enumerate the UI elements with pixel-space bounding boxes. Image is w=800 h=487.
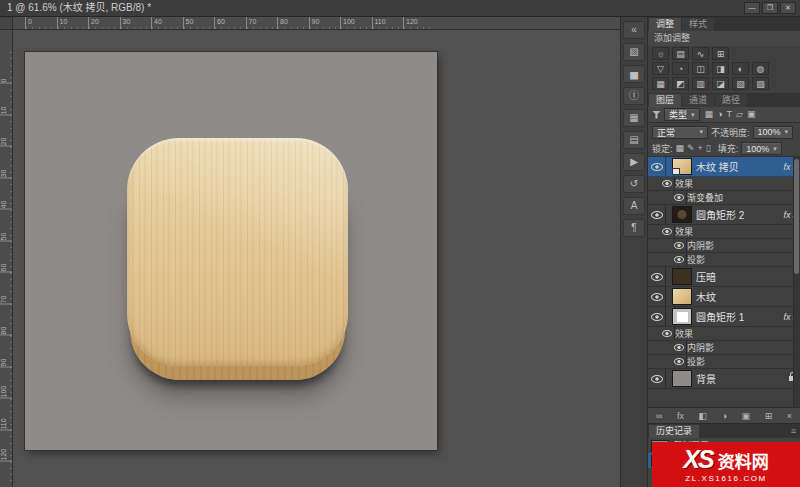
visibility-toggle-icon[interactable] (672, 341, 687, 354)
layer-thumbnail[interactable] (672, 288, 692, 305)
layer-row[interactable]: 背景 (648, 369, 800, 389)
layer-name[interactable]: 内阴影 (687, 341, 796, 354)
exposure-icon[interactable]: ⊞ (712, 47, 729, 60)
visibility-toggle-icon[interactable] (648, 369, 666, 388)
visibility-toggle-icon[interactable] (660, 225, 675, 238)
restore-button[interactable]: ❐ (762, 2, 778, 14)
layer-style-icon[interactable]: fx (677, 411, 684, 421)
lock-all-icon[interactable]: ▯ (706, 142, 711, 155)
fill-select[interactable]: 100% ▾ (741, 142, 782, 155)
posterize-icon[interactable]: ▥ (692, 77, 709, 90)
filter-pixel-icon[interactable]: ▦ (705, 108, 714, 121)
layer-thumbnail[interactable] (672, 370, 692, 387)
visibility-toggle-icon[interactable] (648, 287, 666, 306)
document-canvas[interactable] (25, 52, 437, 450)
horizontal-ruler[interactable]: 0102030405060708090100110120 (13, 17, 620, 30)
filter-kind-select[interactable]: 类型 ▾ (664, 108, 700, 121)
panel-menu-icon[interactable]: ≡ (791, 425, 799, 438)
layer-row[interactable]: 内阴影 (648, 239, 800, 253)
layer-name[interactable]: 内阴影 (687, 239, 796, 252)
visibility-toggle-icon[interactable] (660, 327, 675, 340)
new-group-icon[interactable]: ▣ (742, 411, 751, 421)
layer-row[interactable]: 木纹 拷贝 fx ▴ (648, 157, 800, 177)
hue-saturation-icon[interactable]: ◔ (672, 62, 689, 75)
minimize-button[interactable]: — (744, 2, 760, 14)
layer-name[interactable]: 木纹 (696, 289, 796, 304)
levels-icon[interactable]: ▤ (672, 47, 689, 60)
layer-name[interactable]: 背景 (696, 371, 786, 386)
invert-icon[interactable]: ◩ (672, 77, 689, 90)
layer-mask-icon[interactable]: ◧ (699, 411, 708, 421)
gradient-map-icon[interactable]: ▧ (732, 77, 749, 90)
curves-icon[interactable]: ∿ (692, 47, 709, 60)
layers-scrollbar[interactable] (793, 157, 800, 407)
layer-row[interactable]: 内阴影 (648, 341, 800, 355)
layer-row[interactable]: 投影 (648, 355, 800, 369)
new-layer-icon[interactable]: ⊞ (765, 411, 773, 421)
collapse-panels-icon[interactable]: « (623, 21, 645, 39)
visibility-toggle-icon[interactable] (672, 355, 687, 368)
layer-row[interactable]: 投影 (648, 253, 800, 267)
layer-thumbnail[interactable] (672, 268, 692, 285)
layer-name[interactable]: 圆角矩形 2 (696, 207, 783, 222)
layer-row[interactable]: 压暗 (648, 267, 800, 287)
delete-layer-icon[interactable]: × (787, 411, 792, 421)
panel-tab[interactable]: 图层 (649, 94, 681, 107)
layer-name[interactable]: 效果 (675, 177, 796, 190)
layer-thumbnail[interactable] (672, 308, 692, 325)
brightness-contrast-icon[interactable]: ☼ (652, 47, 669, 60)
visibility-toggle-icon[interactable] (672, 239, 687, 252)
layer-name[interactable]: 投影 (687, 355, 796, 368)
filter-smart-icon[interactable]: ▣ (747, 108, 756, 121)
threshold-icon[interactable]: ◪ (712, 77, 729, 90)
layer-name[interactable]: 效果 (675, 327, 796, 340)
layer-row[interactable]: 效果 (648, 177, 800, 191)
close-button[interactable]: ✕ (780, 2, 796, 14)
layer-thumbnail[interactable] (672, 206, 692, 223)
visibility-toggle-icon[interactable] (672, 191, 687, 204)
panel-tab[interactable]: 样式 (682, 18, 714, 31)
paragraph-icon[interactable]: ¶ (623, 219, 645, 237)
layer-row[interactable]: 圆角矩形 1 fx ▴ (648, 307, 800, 327)
color-lookup-icon[interactable]: ▦ (652, 77, 669, 90)
lock-transparency-icon[interactable]: ▦ (676, 142, 685, 155)
filter-shape-icon[interactable]: ▱ (736, 108, 743, 121)
layer-name[interactable]: 压暗 (696, 269, 796, 284)
character-icon[interactable]: A (623, 197, 645, 215)
layer-row[interactable]: 效果 (648, 327, 800, 341)
history-icon[interactable]: ↺ (623, 175, 645, 193)
visibility-toggle-icon[interactable] (648, 307, 666, 326)
layer-row[interactable]: 渐变叠加 (648, 191, 800, 205)
scrollbar-thumb[interactable] (794, 159, 799, 274)
layer-row[interactable]: 木纹 (648, 287, 800, 307)
selective-color-icon[interactable]: ▨ (752, 77, 769, 90)
canvas-pasteboard[interactable] (13, 30, 620, 487)
color-balance-icon[interactable]: ◫ (692, 62, 709, 75)
visibility-toggle-icon[interactable] (648, 205, 666, 224)
swatches-icon[interactable]: ▤ (623, 131, 645, 149)
actions-icon[interactable]: ▶ (623, 153, 645, 171)
vibrance-icon[interactable]: ▽ (652, 62, 669, 75)
visibility-toggle-icon[interactable] (648, 267, 666, 286)
opacity-select[interactable]: 100% ▾ (753, 126, 794, 139)
layer-name[interactable]: 渐变叠加 (687, 191, 796, 204)
lock-pixels-icon[interactable]: ✎ (687, 142, 695, 155)
visibility-toggle-icon[interactable] (672, 253, 687, 266)
layer-row[interactable]: 效果 (648, 225, 800, 239)
panel-tab[interactable]: 通道 (682, 94, 714, 107)
adjustment-layer-icon[interactable]: ◑ (722, 411, 727, 421)
vertical-ruler[interactable]: 0102030405060708090100110120 (0, 30, 13, 487)
color-icon[interactable]: ▦ (623, 109, 645, 127)
visibility-toggle-icon[interactable] (660, 177, 675, 190)
tab-history[interactable]: 历史记录 (649, 425, 699, 438)
layer-name[interactable]: 木纹 拷贝 (696, 159, 783, 174)
info-icon[interactable]: Ⓘ (623, 87, 645, 105)
filter-adjustment-icon[interactable]: ◑ (717, 108, 722, 121)
layer-name[interactable]: 效果 (675, 225, 796, 238)
black-white-icon[interactable]: ◨ (712, 62, 729, 75)
lock-position-icon[interactable]: + (698, 142, 703, 155)
photo-filter-icon[interactable]: ◐ (732, 62, 749, 75)
layer-thumbnail[interactable] (672, 158, 692, 175)
panel-tab[interactable]: 调整 (649, 18, 681, 31)
filter-type-icon[interactable]: T (726, 108, 732, 121)
